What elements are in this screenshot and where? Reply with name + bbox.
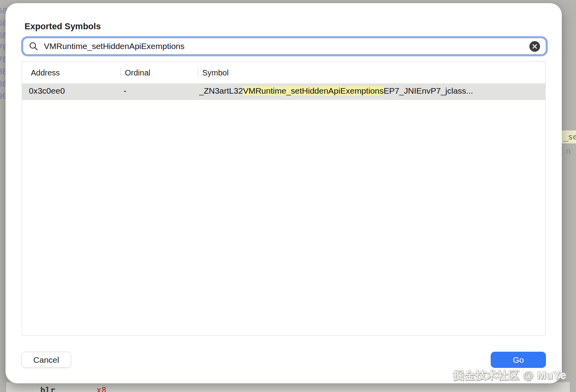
column-header-ordinal[interactable]: Ordinal: [125, 68, 150, 77]
dialog-title: Exported Symbols: [24, 21, 101, 32]
watermark: 掘金技术社区 @ MuYe: [453, 368, 567, 383]
column-divider: [120, 67, 121, 78]
symbol-search-field[interactable]: VMRuntime_setHiddenApiExemptions: [23, 38, 546, 55]
clear-search-icon[interactable]: [529, 41, 540, 52]
screenshot-canvas: 50 58 68 70 78 80 88 90 _se n blr x8 Exp…: [0, 0, 576, 392]
background-search-hit-fragment: _se: [561, 130, 576, 143]
table-header: Address Ordinal Symbol: [22, 62, 545, 83]
column-divider: [198, 67, 198, 78]
column-header-symbol[interactable]: Symbol: [202, 68, 229, 77]
background-code-fragment: n: [566, 145, 570, 157]
symbol-match-highlight: VMRuntime_setHiddenApiExemptions: [243, 86, 384, 96]
exported-symbols-dialog: Exported Symbols VMRuntime_setHiddenApiE…: [6, 3, 562, 383]
instruction-operand: x8: [96, 386, 106, 392]
search-input[interactable]: VMRuntime_setHiddenApiExemptions: [44, 41, 529, 51]
cancel-button[interactable]: Cancel: [21, 352, 71, 368]
column-header-address[interactable]: Address: [31, 68, 60, 77]
symbol-table-row[interactable]: 0x3c0ee0 - _ZN3artL32VMRuntime_setHidden…: [22, 83, 545, 100]
symbol-suffix: EP7_JNIEnvP7_jclass...: [384, 86, 473, 95]
background-disassembly-row: blr x8: [6, 382, 570, 392]
search-icon: [29, 41, 38, 51]
cell-symbol: _ZN3artL32VMRuntime_setHiddenApiExemptio…: [199, 86, 540, 96]
cell-address: 0x3c0ee0: [29, 86, 65, 96]
symbols-table: Address Ordinal Symbol 0x3c0ee0 - _ZN3ar…: [22, 61, 546, 335]
cell-ordinal: -: [124, 86, 126, 96]
symbol-prefix: _ZN3artL32: [199, 86, 243, 95]
instruction-mnemonic: blr: [40, 386, 55, 392]
go-button[interactable]: Go: [491, 352, 546, 368]
